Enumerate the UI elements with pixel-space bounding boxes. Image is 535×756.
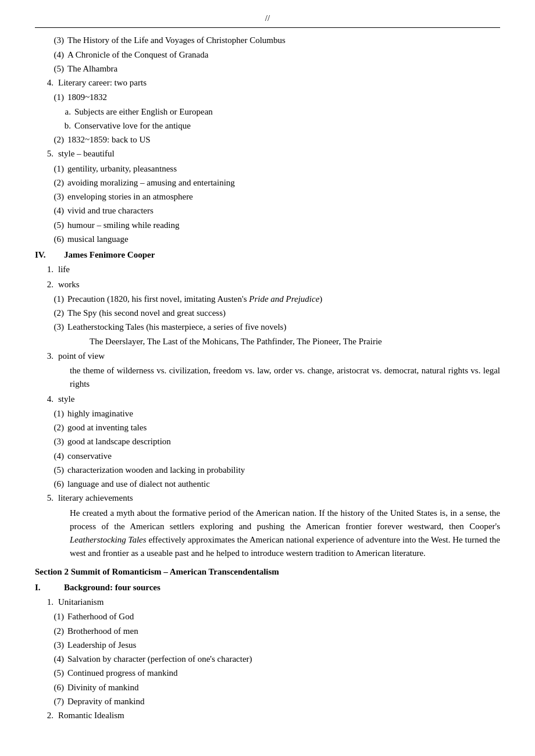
- list-item: (5) humour – smiling while reading: [35, 219, 500, 232]
- section-i: I. Background: four sources: [35, 581, 500, 594]
- list-item: (3) enveloping stories in an atmosphere: [35, 190, 500, 204]
- literary-career: 4. Literary career: two parts: [35, 76, 500, 90]
- list-item: (1) 1809~1832: [35, 91, 500, 104]
- irving-works-continued: (3) The History of the Life and Voyages …: [35, 34, 500, 76]
- list-item: (3) The History of the Life and Voyages …: [35, 34, 500, 47]
- list-item: b. Conservative love for the antique: [35, 119, 500, 133]
- literary-achievements: 5. literary achievements: [35, 491, 500, 505]
- page-content: // (3) The History of the Life and Voyag…: [35, 12, 500, 722]
- list-item: (2) 1832~1859: back to US: [35, 133, 500, 147]
- cooper-style: 4. style: [35, 393, 500, 406]
- list-item: (5) Continued progress of mankind: [35, 666, 500, 680]
- list-item: (1) Precaution (1820, his first novel, i…: [35, 293, 500, 306]
- point-of-view-text: the theme of wilderness vs. civilization…: [35, 364, 500, 391]
- romantic-idealism: 2. Romantic Idealism: [35, 709, 500, 722]
- page-separator: //: [265, 13, 270, 23]
- literary-achievements-text: He created a myth about the formative pe…: [35, 507, 500, 561]
- list-item: (6) language and use of dialect not auth…: [35, 477, 500, 491]
- list-item: (5) characterization wooden and lacking …: [35, 463, 500, 477]
- section-iv: IV. James Fenimore Cooper: [35, 248, 500, 262]
- point-of-view: 3. point of view: [35, 350, 500, 363]
- list-item: (4) A Chronicle of the Conquest of Grana…: [35, 48, 500, 62]
- list-item: (6) Divinity of mankind: [35, 681, 500, 694]
- list-item: (7) Depravity of mankind: [35, 695, 500, 708]
- list-item: (3) Leatherstocking Tales (his masterpie…: [35, 320, 500, 334]
- list-item: (3) good at landscape description: [35, 435, 500, 448]
- list-item: (3) Leadership of Jesus: [35, 639, 500, 652]
- list-item: (1) highly imaginative: [35, 407, 500, 420]
- list-item: (4) conservative: [35, 450, 500, 463]
- leatherstocking-continuation: The Deerslayer, The Last of the Mohicans…: [35, 335, 500, 348]
- life-item: 1. life: [35, 263, 500, 276]
- list-item: (2) avoiding moralizing – amusing and en…: [35, 176, 500, 190]
- list-item: (5) The Alhambra: [35, 62, 500, 76]
- list-item: (1) gentility, urbanity, pleasantness: [35, 162, 500, 176]
- list-item: (2) Brotherhood of men: [35, 625, 500, 638]
- list-item: (4) vivid and true characters: [35, 204, 500, 217]
- list-item: (6) musical language: [35, 233, 500, 246]
- section2-heading: Section 2 Summit of Romanticism – Americ…: [35, 565, 500, 579]
- page-header: //: [35, 12, 500, 28]
- unitarianism: 1. Unitarianism: [35, 595, 500, 609]
- list-item: (2) The Spy (his second novel and great …: [35, 306, 500, 320]
- list-item: a. Subjects are either English or Europe…: [35, 105, 500, 119]
- list-item: (2) good at inventing tales: [35, 421, 500, 434]
- list-item: (4) Salvation by character (perfection o…: [35, 652, 500, 666]
- works-item: 2. works: [35, 278, 500, 291]
- list-item: (1) Fatherhood of God: [35, 610, 500, 623]
- style-beautiful: 5. style – beautiful: [35, 147, 500, 161]
